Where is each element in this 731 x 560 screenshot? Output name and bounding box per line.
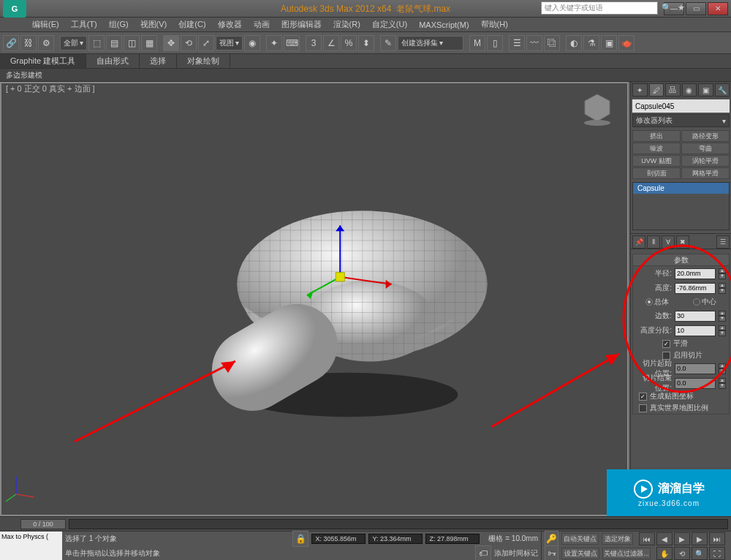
time-tag-icon[interactable]: 🏷 <box>475 545 491 560</box>
object-name-field[interactable]: Capsule045 <box>632 99 730 113</box>
stack-pin-icon[interactable]: 📌 <box>632 235 645 249</box>
menu-render[interactable]: 渲染(R) <box>327 18 366 31</box>
nav-max-icon[interactable]: ⛶ <box>709 547 725 560</box>
menu-modifiers[interactable]: 修改器 <box>212 18 248 31</box>
scale-icon[interactable]: ⤢ <box>198 35 214 51</box>
viewport-label[interactable]: [ + 0 正交 0 真实 + 边面 ] <box>6 83 95 94</box>
tab-modify[interactable]: 🖊 <box>649 83 664 97</box>
viewport[interactable] <box>0 82 629 516</box>
radius-spinner[interactable]: 20.0mm <box>675 268 716 279</box>
ribbon-tab-selection[interactable]: 选择 <box>140 54 177 68</box>
tab-create[interactable]: ✦ <box>632 83 648 97</box>
render-setup-icon[interactable]: ⚗ <box>583 35 599 51</box>
tab-utilities[interactable]: 🔧 <box>715 83 730 97</box>
height-spinner[interactable]: -76.86mm <box>675 283 716 294</box>
stack-capsule[interactable]: Capsule <box>633 183 729 194</box>
help-search[interactable]: 键入关键字或短语 <box>541 1 658 15</box>
hsegs-spin-buttons[interactable]: ▲▼ <box>719 325 726 336</box>
mod-uvw[interactable]: UVW 贴图 <box>632 155 681 167</box>
select-name-icon[interactable]: ▤ <box>106 35 122 51</box>
stack-config-icon[interactable]: ☰ <box>716 235 730 249</box>
search-icon[interactable]: 🔍 <box>661 1 673 13</box>
bind-icon[interactable]: ⚙ <box>38 35 54 51</box>
mod-noise[interactable]: 噪波 <box>632 143 681 154</box>
nav-pan-icon[interactable]: ✋ <box>656 547 673 560</box>
autokey-button[interactable]: 自动关键点 <box>561 533 599 545</box>
move-icon[interactable]: ✥ <box>163 35 179 51</box>
nav-orbit-icon[interactable]: ⟲ <box>674 547 690 560</box>
restore-button[interactable]: ▭ <box>686 2 706 15</box>
next-frame-icon[interactable]: ▶ <box>692 532 708 545</box>
percent-snap-icon[interactable]: % <box>341 35 357 51</box>
play-icon[interactable]: ▶ <box>674 532 690 545</box>
key-mode-icon[interactable]: 🔑 <box>545 531 558 547</box>
mod-turbosmooth[interactable]: 涡轮平滑 <box>681 155 730 167</box>
curve-editor-icon[interactable]: 〰 <box>526 35 542 51</box>
overall-radio[interactable]: 总体 <box>645 297 669 307</box>
genmap-checkbox[interactable]: ✓ <box>639 393 647 401</box>
coord-y[interactable]: Y: 23.364mm <box>368 534 423 544</box>
render-icon[interactable]: 🫖 <box>618 35 635 51</box>
menu-maxscript[interactable]: MAXScript(M) <box>413 18 474 31</box>
viewcube[interactable] <box>579 91 616 127</box>
help-icon[interactable]: ★ <box>675 1 687 13</box>
select-region-icon[interactable]: ◫ <box>124 35 140 51</box>
radius-spin-buttons[interactable]: ▲▼ <box>719 268 726 279</box>
menu-grapheditors[interactable]: 图形编辑器 <box>276 18 327 31</box>
stack-show-icon[interactable]: Ⅱ <box>647 235 660 249</box>
mod-meshsmooth[interactable]: 网格平滑 <box>681 167 730 179</box>
tab-hierarchy[interactable]: 品 <box>665 83 681 97</box>
pivot-icon[interactable]: ◉ <box>244 35 260 51</box>
mod-pathdeform[interactable]: 路径变形 <box>681 130 730 142</box>
tab-motion[interactable]: ◉ <box>682 83 697 97</box>
goto-end-icon[interactable]: ⏭ <box>709 532 725 545</box>
height-spin-buttons[interactable]: ▲▼ <box>719 283 726 294</box>
link-icon[interactable]: 🔗 <box>3 35 19 51</box>
rotate-icon[interactable]: ⟲ <box>181 35 197 51</box>
menu-help[interactable]: 帮助(H) <box>475 18 514 31</box>
window-crossing-icon[interactable]: ▦ <box>141 35 157 51</box>
time-ruler[interactable] <box>69 519 728 529</box>
align-icon[interactable]: ▯ <box>487 35 503 51</box>
ribbon-tab-graphite[interactable]: Graphite 建模工具 <box>0 54 86 68</box>
sides-spin-buttons[interactable]: ▲▼ <box>719 311 726 322</box>
keyboard-icon[interactable]: ⌨ <box>284 35 300 51</box>
menu-animation[interactable]: 动画 <box>248 18 276 31</box>
mod-slice[interactable]: 剖切面 <box>632 167 681 179</box>
setkey-button[interactable]: 设置关键点 <box>561 548 599 559</box>
menu-group[interactable]: 组(G) <box>103 18 135 31</box>
unlink-icon[interactable]: ⛓ <box>20 35 37 51</box>
menu-customize[interactable]: 自定义(U) <box>366 18 413 31</box>
layers-icon[interactable]: ☰ <box>509 35 525 51</box>
selection-filter[interactable]: 全部 ▾ <box>60 36 87 50</box>
menu-create[interactable]: 创建(C) <box>173 18 211 31</box>
angle-snap-icon[interactable]: ∠ <box>323 35 339 51</box>
close-button[interactable]: ✕ <box>708 2 728 15</box>
mod-extrude[interactable]: 挤出 <box>632 130 681 142</box>
menu-edit[interactable]: 编辑(E) <box>26 18 65 31</box>
setkey-icon[interactable]: 🗝 <box>545 545 558 560</box>
mirror-icon[interactable]: M <box>469 35 485 51</box>
named-sel-set[interactable]: 创建选择集 ▾ <box>398 36 463 50</box>
menu-view[interactable]: 视图(V) <box>135 18 173 31</box>
ribbon-tab-paint[interactable]: 对象绘制 <box>177 54 230 68</box>
add-time-tag[interactable]: 添加时间标记 <box>494 548 538 559</box>
center-radio[interactable]: 中心 <box>693 297 716 307</box>
stack-remove-icon[interactable]: ✖ <box>676 235 689 249</box>
menu-tools[interactable]: 工具(T) <box>65 18 103 31</box>
lock-icon[interactable]: 🔒 <box>292 531 308 547</box>
time-slider[interactable]: 0 / 100 <box>20 519 66 529</box>
smooth-checkbox[interactable]: ✓ <box>662 340 670 348</box>
material-icon[interactable]: ◐ <box>566 35 582 51</box>
goto-start-icon[interactable]: ⏮ <box>639 532 655 545</box>
realworld-checkbox[interactable] <box>639 404 647 412</box>
snap-icon[interactable]: 3 <box>306 35 322 51</box>
coord-z[interactable]: Z: 27.898mm <box>425 534 480 544</box>
keyfilter-button[interactable]: 关键点过滤器... <box>602 548 651 559</box>
selset-button[interactable]: 选定对象 <box>602 533 633 545</box>
prev-frame-icon[interactable]: ◀ <box>656 532 673 545</box>
schematic-icon[interactable]: ⿻ <box>544 35 560 51</box>
hsegs-spinner[interactable]: 10 <box>675 325 716 336</box>
spinner-snap-icon[interactable]: ⬍ <box>358 35 374 51</box>
coord-x[interactable]: X: 3055.856m <box>311 534 366 544</box>
